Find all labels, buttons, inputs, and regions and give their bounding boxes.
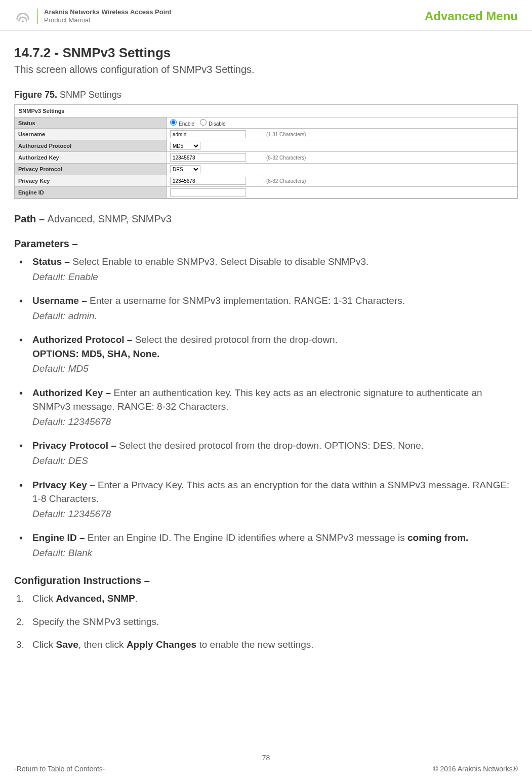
status-enable-label: Enable bbox=[179, 121, 194, 127]
engine-id-input[interactable] bbox=[170, 188, 246, 197]
advanced-menu-label: Advanced Menu bbox=[425, 9, 518, 23]
param-default: Default: Enable bbox=[32, 270, 518, 284]
param-default: Default: admin. bbox=[32, 309, 518, 323]
auth-key-input[interactable] bbox=[170, 153, 246, 162]
param-username: Username – Enter a username for SNMPv3 i… bbox=[14, 294, 518, 323]
return-toc-link[interactable]: -Return to Table of Contents- bbox=[14, 765, 105, 773]
param-options: OPTIONS: MD5, SHA, None. bbox=[32, 347, 518, 361]
param-term: Privacy Key – bbox=[32, 480, 98, 490]
step-text: . bbox=[135, 593, 138, 604]
param-engine-id: Engine ID – Enter an Engine ID. The Engi… bbox=[14, 531, 518, 560]
param-desc: Enter a Privacy Key. This acts as an enc… bbox=[32, 480, 509, 504]
param-term: Privacy Protocol – bbox=[32, 440, 119, 451]
status-disable-label: Disable bbox=[209, 121, 225, 127]
param-desc: Select the desired protocol from the dro… bbox=[135, 334, 338, 345]
row-username: Username (1-31 Characters) bbox=[15, 129, 517, 140]
label-auth-key: Authorized Key bbox=[15, 152, 167, 164]
figure-title: SNMP Settings bbox=[57, 90, 121, 100]
step-1: Click Advanced, SNMP. bbox=[14, 592, 518, 606]
parameters-heading: Parameters – bbox=[14, 238, 518, 250]
param-term: Username – bbox=[32, 295, 90, 306]
auth-key-hint: (8-32 Characters) bbox=[263, 152, 517, 164]
param-priv-protocol: Privacy Protocol – Select the desired pr… bbox=[14, 439, 518, 467]
page-footer: 78 -Return to Table of Contents- © 2016 … bbox=[14, 754, 518, 773]
step-text: Click bbox=[32, 593, 56, 604]
param-term: Engine ID – bbox=[32, 532, 88, 543]
step-3: Click Save, then click Apply Changes to … bbox=[14, 638, 518, 652]
section-heading: 14.7.2 - SNMPv3 Settings bbox=[14, 45, 518, 61]
status-disable-radio[interactable] bbox=[200, 119, 207, 126]
header-titles: Araknis Networks Wireless Access Point P… bbox=[44, 8, 172, 25]
param-term: Authorized Protocol – bbox=[32, 334, 135, 345]
page-number: 78 bbox=[14, 754, 518, 762]
step-text: to enable the new settings. bbox=[196, 639, 313, 650]
param-term: Authorized Key – bbox=[32, 387, 113, 398]
page-header: Araknis Networks Wireless Access Point P… bbox=[14, 0, 518, 28]
config-heading: Configuration Instructions – bbox=[14, 575, 518, 586]
param-desc-bold-tail: coming from. bbox=[407, 532, 468, 543]
row-priv-key: Privacy Key (8-32 Characters) bbox=[15, 175, 517, 187]
label-status: Status bbox=[15, 118, 167, 129]
username-hint: (1-31 Characters) bbox=[263, 129, 517, 140]
step-2: Specify the SNMPv3 settings. bbox=[14, 615, 518, 629]
param-auth-protocol: Authorized Protocol – Select the desired… bbox=[14, 333, 518, 376]
screenshot-caption: SNMPv3 Settings bbox=[15, 105, 517, 117]
figure-number: Figure 75. bbox=[14, 90, 57, 100]
username-input[interactable] bbox=[170, 130, 246, 138]
param-default: Default: MD5 bbox=[32, 362, 518, 376]
label-priv-key: Privacy Key bbox=[15, 175, 167, 187]
snmp-settings-screenshot: SNMPv3 Settings Status Enable Disable Us… bbox=[14, 104, 518, 199]
product-subtitle: Product Manual bbox=[44, 16, 172, 24]
param-default: Default: 12345678 bbox=[32, 415, 518, 429]
path-value: Advanced, SNMP, SNMPv3 bbox=[48, 213, 172, 224]
status-enable-radio[interactable] bbox=[170, 119, 177, 126]
brand-block: Araknis Networks Wireless Access Point P… bbox=[14, 8, 172, 25]
status-options: Enable Disable bbox=[167, 118, 517, 129]
header-divider bbox=[37, 9, 38, 24]
row-auth-key: Authorized Key (8-32 Characters) bbox=[15, 152, 517, 164]
label-auth-protocol: Authorized Protocol bbox=[15, 140, 167, 152]
priv-key-input[interactable] bbox=[170, 177, 246, 185]
araknis-logo-icon bbox=[14, 8, 31, 25]
priv-protocol-select[interactable]: DES bbox=[170, 165, 200, 173]
param-priv-key: Privacy Key – Enter a Privacy Key. This … bbox=[14, 478, 518, 521]
section-intro: This screen allows configuration of SNMP… bbox=[14, 64, 518, 75]
step-bold: Save bbox=[56, 639, 78, 650]
param-status: Status – Select Enable to enable SNMPv3.… bbox=[14, 255, 518, 284]
path-label: Path – bbox=[14, 213, 48, 224]
param-default: Default: DES bbox=[32, 454, 518, 468]
label-engine-id: Engine ID bbox=[15, 187, 167, 199]
step-bold: Apply Changes bbox=[127, 639, 196, 650]
header-rule bbox=[0, 30, 532, 31]
row-engine-id: Engine ID bbox=[15, 187, 517, 199]
product-title: Araknis Networks Wireless Access Point bbox=[44, 8, 172, 16]
param-default: Default: Blank bbox=[32, 546, 518, 560]
param-term: Status – bbox=[32, 256, 72, 267]
param-desc: Enter a username for SNMPv3 implementati… bbox=[90, 295, 405, 306]
param-default: Default: 12345678 bbox=[32, 507, 518, 521]
row-priv-protocol: Privacy Protocol DES bbox=[15, 164, 517, 175]
path-line: Path – Advanced, SNMP, SNMPv3 bbox=[14, 213, 518, 225]
param-auth-key: Authorized Key – Enter an authentication… bbox=[14, 386, 518, 429]
param-desc: Enter an Engine ID. The Engine ID identi… bbox=[88, 532, 407, 543]
step-text: , then click bbox=[78, 639, 127, 650]
label-username: Username bbox=[15, 129, 167, 140]
config-steps: Click Advanced, SNMP. Specify the SNMPv3… bbox=[14, 592, 518, 652]
label-priv-protocol: Privacy Protocol bbox=[15, 164, 167, 175]
copyright: © 2016 Araknis Networks® bbox=[433, 765, 518, 773]
row-auth-protocol: Authorized Protocol MD5 bbox=[15, 140, 517, 152]
step-text: Specify the SNMPv3 settings. bbox=[32, 616, 159, 627]
step-text: Click bbox=[32, 639, 56, 650]
svg-point-0 bbox=[22, 20, 24, 22]
param-desc: Select Enable to enable SNMPv3. Select D… bbox=[72, 256, 369, 267]
figure-label: Figure 75. SNMP Settings bbox=[14, 90, 518, 100]
param-desc: Select the desired protocol from the dro… bbox=[119, 440, 424, 451]
auth-protocol-select[interactable]: MD5 bbox=[170, 142, 200, 150]
priv-key-hint: (8-32 Characters) bbox=[263, 175, 517, 187]
row-status: Status Enable Disable bbox=[15, 118, 517, 129]
parameters-list: Status – Select Enable to enable SNMPv3.… bbox=[14, 255, 518, 560]
step-bold: Advanced, SNMP bbox=[56, 593, 135, 604]
